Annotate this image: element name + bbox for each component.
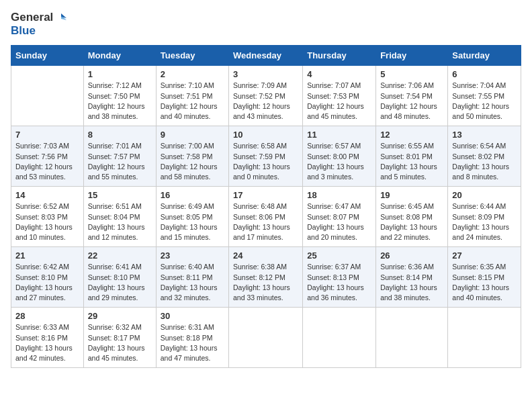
day-cell: 11Sunrise: 6:57 AMSunset: 8:00 PMDayligh… — [303, 126, 376, 187]
day-cell: 30Sunrise: 6:31 AMSunset: 8:18 PMDayligh… — [156, 308, 228, 368]
day-info: Sunrise: 6:57 AMSunset: 8:00 PMDaylight:… — [307, 141, 371, 182]
day-cell: 10Sunrise: 6:58 AMSunset: 7:59 PMDayligh… — [229, 126, 303, 187]
day-cell: 29Sunrise: 6:32 AMSunset: 8:17 PMDayligh… — [83, 308, 156, 368]
day-info: Sunrise: 6:44 AMSunset: 8:09 PMDaylight:… — [452, 201, 517, 242]
day-number: 23 — [161, 250, 224, 261]
logo-general: General — [11, 11, 53, 24]
day-number: 1 — [88, 69, 152, 79]
day-cell: 27Sunrise: 6:35 AMSunset: 8:15 PMDayligh… — [448, 247, 521, 308]
logo-bird-icon — [54, 12, 66, 24]
day-number: 20 — [452, 190, 517, 200]
day-cell: 19Sunrise: 6:45 AMSunset: 8:08 PMDayligh… — [376, 187, 448, 247]
day-number: 17 — [233, 190, 298, 200]
day-cell: 23Sunrise: 6:40 AMSunset: 8:11 PMDayligh… — [156, 247, 228, 308]
day-number: 24 — [233, 250, 298, 261]
day-header-thursday: Thursday — [303, 46, 376, 66]
day-header-tuesday: Tuesday — [156, 46, 228, 66]
day-cell: 8Sunrise: 7:01 AMSunset: 7:57 PMDaylight… — [83, 126, 156, 187]
week-row-3: 14Sunrise: 6:52 AMSunset: 8:03 PMDayligh… — [11, 187, 521, 247]
day-number: 6 — [452, 69, 517, 79]
day-cell — [448, 308, 521, 368]
day-number: 14 — [15, 190, 79, 200]
calendar-table: SundayMondayTuesdayWednesdayThursdayFrid… — [11, 45, 521, 368]
day-info: Sunrise: 7:07 AMSunset: 7:53 PMDaylight:… — [307, 81, 371, 122]
day-info: Sunrise: 7:00 AMSunset: 7:58 PMDaylight:… — [161, 141, 224, 182]
logo-blue: Blue — [11, 24, 36, 37]
day-info: Sunrise: 6:38 AMSunset: 8:12 PMDaylight:… — [233, 262, 298, 303]
day-number: 7 — [15, 130, 79, 140]
day-info: Sunrise: 6:51 AMSunset: 8:04 PMDaylight:… — [88, 201, 152, 242]
day-info: Sunrise: 6:31 AMSunset: 8:18 PMDaylight:… — [161, 322, 224, 363]
day-cell: 16Sunrise: 6:49 AMSunset: 8:05 PMDayligh… — [156, 187, 228, 247]
day-info: Sunrise: 6:49 AMSunset: 8:05 PMDaylight:… — [161, 201, 224, 242]
day-cell: 4Sunrise: 7:07 AMSunset: 7:53 PMDaylight… — [303, 66, 376, 126]
day-info: Sunrise: 6:48 AMSunset: 8:06 PMDaylight:… — [233, 201, 298, 242]
day-number: 22 — [88, 250, 152, 261]
day-number: 13 — [452, 130, 517, 140]
day-number: 16 — [161, 190, 224, 200]
day-cell: 22Sunrise: 6:41 AMSunset: 8:10 PMDayligh… — [83, 247, 156, 308]
day-cell: 21Sunrise: 6:42 AMSunset: 8:10 PMDayligh… — [11, 247, 84, 308]
day-info: Sunrise: 6:35 AMSunset: 8:15 PMDaylight:… — [452, 262, 517, 303]
day-info: Sunrise: 7:09 AMSunset: 7:52 PMDaylight:… — [233, 81, 298, 122]
day-cell: 25Sunrise: 6:37 AMSunset: 8:13 PMDayligh… — [303, 247, 376, 308]
page-header: General Blue — [11, 11, 521, 37]
day-cell: 26Sunrise: 6:36 AMSunset: 8:14 PMDayligh… — [376, 247, 448, 308]
week-row-1: 1Sunrise: 7:12 AMSunset: 7:50 PMDaylight… — [11, 66, 521, 126]
day-info: Sunrise: 6:52 AMSunset: 8:03 PMDaylight:… — [15, 201, 79, 242]
day-number: 5 — [380, 69, 443, 79]
day-cell: 14Sunrise: 6:52 AMSunset: 8:03 PMDayligh… — [11, 187, 84, 247]
day-info: Sunrise: 6:58 AMSunset: 7:59 PMDaylight:… — [233, 141, 298, 182]
day-info: Sunrise: 7:04 AMSunset: 7:55 PMDaylight:… — [452, 81, 517, 122]
day-info: Sunrise: 7:10 AMSunset: 7:51 PMDaylight:… — [161, 81, 224, 122]
week-row-4: 21Sunrise: 6:42 AMSunset: 8:10 PMDayligh… — [11, 247, 521, 308]
day-cell: 13Sunrise: 6:54 AMSunset: 8:02 PMDayligh… — [448, 126, 521, 187]
day-header-saturday: Saturday — [448, 46, 521, 66]
day-header-monday: Monday — [83, 46, 156, 66]
day-cell: 7Sunrise: 7:03 AMSunset: 7:56 PMDaylight… — [11, 126, 84, 187]
day-cell: 18Sunrise: 6:47 AMSunset: 8:07 PMDayligh… — [303, 187, 376, 247]
day-number: 3 — [233, 69, 298, 79]
day-number: 27 — [452, 250, 517, 261]
day-cell: 1Sunrise: 7:12 AMSunset: 7:50 PMDaylight… — [83, 66, 156, 126]
day-cell: 6Sunrise: 7:04 AMSunset: 7:55 PMDaylight… — [448, 66, 521, 126]
day-number: 25 — [307, 250, 371, 261]
day-info: Sunrise: 6:33 AMSunset: 8:16 PMDaylight:… — [15, 322, 79, 363]
day-header-friday: Friday — [376, 46, 448, 66]
day-number: 21 — [15, 250, 79, 261]
day-number: 8 — [88, 130, 152, 140]
day-number: 19 — [380, 190, 443, 200]
day-info: Sunrise: 6:36 AMSunset: 8:14 PMDaylight:… — [380, 262, 443, 303]
day-number: 9 — [161, 130, 224, 140]
day-info: Sunrise: 7:06 AMSunset: 7:54 PMDaylight:… — [380, 81, 443, 122]
day-info: Sunrise: 6:37 AMSunset: 8:13 PMDaylight:… — [307, 262, 371, 303]
day-number: 2 — [161, 69, 224, 79]
week-row-5: 28Sunrise: 6:33 AMSunset: 8:16 PMDayligh… — [11, 308, 521, 368]
day-cell: 3Sunrise: 7:09 AMSunset: 7:52 PMDaylight… — [229, 66, 303, 126]
day-number: 18 — [307, 190, 371, 200]
day-cell: 17Sunrise: 6:48 AMSunset: 8:06 PMDayligh… — [229, 187, 303, 247]
day-info: Sunrise: 6:45 AMSunset: 8:08 PMDaylight:… — [380, 201, 443, 242]
day-number: 28 — [15, 311, 79, 321]
week-row-2: 7Sunrise: 7:03 AMSunset: 7:56 PMDaylight… — [11, 126, 521, 187]
day-cell: 2Sunrise: 7:10 AMSunset: 7:51 PMDaylight… — [156, 66, 228, 126]
calendar-body: 1Sunrise: 7:12 AMSunset: 7:50 PMDaylight… — [11, 66, 521, 368]
day-number: 11 — [307, 130, 371, 140]
day-header-sunday: Sunday — [11, 46, 84, 66]
day-number: 15 — [88, 190, 152, 200]
day-cell: 12Sunrise: 6:55 AMSunset: 8:01 PMDayligh… — [376, 126, 448, 187]
day-info: Sunrise: 6:47 AMSunset: 8:07 PMDaylight:… — [307, 201, 371, 242]
day-cell: 24Sunrise: 6:38 AMSunset: 8:12 PMDayligh… — [229, 247, 303, 308]
calendar-header-row: SundayMondayTuesdayWednesdayThursdayFrid… — [11, 46, 521, 66]
day-cell — [229, 308, 303, 368]
day-info: Sunrise: 7:12 AMSunset: 7:50 PMDaylight:… — [88, 81, 152, 122]
day-header-wednesday: Wednesday — [229, 46, 303, 66]
logo: General Blue — [11, 11, 66, 37]
day-info: Sunrise: 6:42 AMSunset: 8:10 PMDaylight:… — [15, 262, 79, 303]
day-info: Sunrise: 7:01 AMSunset: 7:57 PMDaylight:… — [88, 141, 152, 182]
day-cell — [11, 66, 84, 126]
day-cell: 9Sunrise: 7:00 AMSunset: 7:58 PMDaylight… — [156, 126, 228, 187]
day-cell: 15Sunrise: 6:51 AMSunset: 8:04 PMDayligh… — [83, 187, 156, 247]
day-cell: 5Sunrise: 7:06 AMSunset: 7:54 PMDaylight… — [376, 66, 448, 126]
day-info: Sunrise: 7:03 AMSunset: 7:56 PMDaylight:… — [15, 141, 79, 182]
